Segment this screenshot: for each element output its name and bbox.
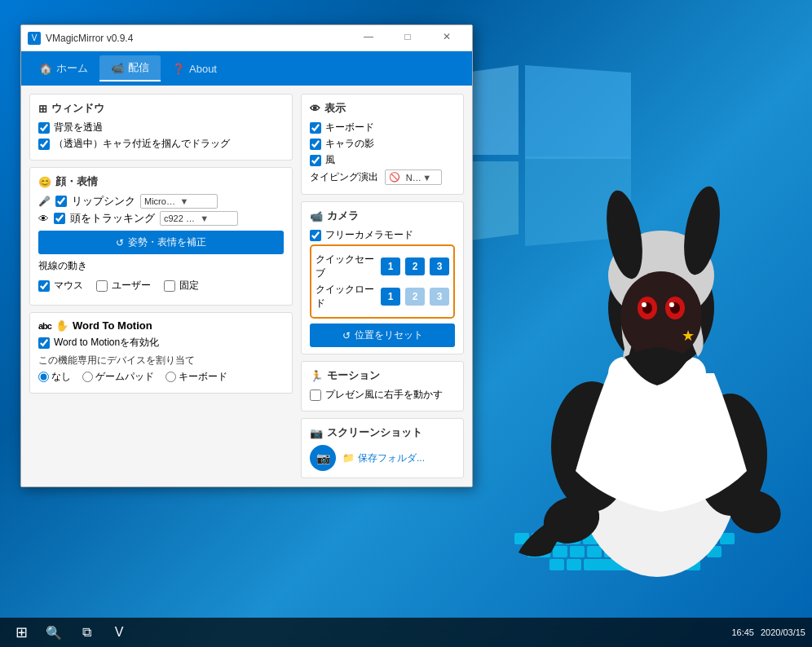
keyboard-display-checkbox[interactable]	[310, 122, 321, 134]
lip-sync-checkbox[interactable]	[55, 196, 67, 207]
abc-icon: abc	[38, 321, 51, 331]
device-gamepad-radio[interactable]	[82, 372, 93, 382]
quick-load-btn-1[interactable]: 1	[381, 288, 400, 306]
head-track-device-value: c922 Pro Strea	[164, 213, 198, 223]
device-keyboard-label: キーボード	[179, 370, 227, 384]
fix-pose-button[interactable]: ↺ 姿勢・表情を補正	[38, 231, 284, 254]
word-to-motion-enable-row: Word to Motionを有効化	[38, 336, 284, 350]
head-track-device-dropdown[interactable]: c922 Pro Strea ▼	[160, 211, 238, 226]
device-none-item: なし	[38, 370, 71, 384]
motion-panel-title: 🏃 モーション	[310, 368, 455, 383]
save-folder-button[interactable]: 📁 保存フォルダ...	[342, 451, 425, 465]
gaze-fixed-checkbox[interactable]	[164, 280, 175, 292]
taskbar-right: 16:45 2020/03/15	[731, 627, 805, 637]
free-cam-checkbox[interactable]	[310, 230, 321, 241]
drag-label: （透過中）キャラ付近を掴んでドラッグ	[54, 137, 230, 151]
word-to-motion-checkbox[interactable]	[38, 337, 50, 349]
app-icon: V	[28, 32, 41, 45]
svg-point-15	[642, 302, 647, 307]
lip-sync-label: リップシンク	[72, 194, 135, 209]
keyboard-display-row: キーボード	[310, 121, 455, 134]
window-title: VMagicMirror v0.9.4	[46, 33, 133, 44]
head-track-dropdown-arrow: ▼	[200, 213, 234, 223]
gaze-user-checkbox[interactable]	[96, 280, 108, 292]
quick-load-label: クイックロード	[316, 283, 376, 310]
home-icon: 🏠	[39, 63, 52, 75]
taskbar-task-view[interactable]: ⧉	[72, 618, 101, 647]
keyboard-display-label: キーボード	[325, 121, 374, 134]
screenshot-icon: 📷	[310, 427, 323, 439]
wind-row: 風	[310, 153, 455, 167]
refresh-icon: ↺	[116, 237, 124, 249]
close-button[interactable]: ✕	[428, 24, 466, 50]
main-content: ⊞ ウィンドウ 背景を透過 （透過中）キャラ付近を掴んでドラッグ 😊 顔・表情	[21, 86, 472, 486]
word-to-motion-panel: abc ✋ Word To Motion Word to Motionを有効化 …	[29, 312, 293, 394]
title-bar: V VMagicMirror v0.9.4 — □ ✕	[21, 25, 472, 51]
tab-stream[interactable]: 📹 配信	[99, 55, 161, 81]
device-keyboard-item: キーボード	[165, 370, 227, 384]
head-track-row: 👁 頭をトラッキング c922 Pro Strea ▼	[38, 211, 284, 226]
reset-position-label: 位置をリセット	[355, 328, 423, 342]
quick-load-row: クイックロード 1 2 3	[316, 283, 449, 310]
free-cam-label: フリーカメラモード	[325, 228, 413, 242]
taskbar-time: 16:45	[731, 627, 754, 637]
eye-icon: 👁	[38, 213, 49, 225]
minimize-button[interactable]: —	[350, 24, 387, 50]
taskbar: ⊞ 🔍 ⧉ V 16:45 2020/03/15	[0, 618, 812, 647]
title-bar-left: V VMagicMirror v0.9.4	[28, 32, 133, 45]
typing-dropdown-arrow: ▼	[422, 173, 438, 183]
present-label: プレゼン風に右手を動かす	[325, 388, 443, 402]
device-radio-row: なし ゲームパッド キーボード	[38, 370, 284, 384]
tab-home[interactable]: 🏠 ホーム	[28, 56, 99, 81]
bg-transparent-checkbox[interactable]	[38, 122, 50, 134]
device-keyboard-radio[interactable]	[165, 372, 176, 382]
lip-sync-device-dropdown[interactable]: Microphone (C ▼	[140, 194, 218, 209]
head-track-checkbox[interactable]	[54, 213, 65, 224]
lip-sync-device-value: Microphone (C	[144, 196, 179, 206]
head-track-label: 頭をトラッキング	[70, 211, 155, 226]
wind-label: 風	[325, 153, 335, 167]
drag-checkbox[interactable]	[38, 139, 50, 150]
device-none-label: なし	[51, 370, 71, 384]
tab-about-label: About	[189, 63, 217, 75]
typing-dropdown[interactable]: 🚫 None ▼	[385, 169, 442, 185]
take-screenshot-button[interactable]: 📷	[310, 445, 336, 471]
quick-save-row: クイックセーブ 1 2 3	[316, 253, 449, 280]
reset-position-button[interactable]: ↺ 位置をリセット	[310, 324, 455, 347]
maximize-button[interactable]: □	[389, 24, 426, 50]
quick-load-btn-2[interactable]: 2	[405, 288, 425, 306]
typing-value: None	[406, 173, 421, 183]
app-window: V VMagicMirror v0.9.4 — □ ✕ 🏠 ホーム 📹 配信 ❓…	[20, 24, 473, 487]
shadow-label: キャラの影	[325, 137, 374, 151]
taskbar-search[interactable]: 🔍	[39, 618, 68, 647]
device-none-radio[interactable]	[38, 372, 49, 382]
quick-save-label: クイックセーブ	[316, 253, 376, 280]
screenshot-panel: 📷 スクリーンショット 📷 📁 保存フォルダ...	[301, 418, 464, 478]
gaze-user-label: ユーザー	[112, 279, 151, 293]
taskbar-app-icon[interactable]: V	[104, 618, 134, 647]
camera-panel: 📹 カメラ フリーカメラモード クイックセーブ 1 2 3	[301, 201, 464, 354]
taskbar-date: 2020/03/15	[761, 627, 805, 637]
about-icon: ❓	[172, 63, 185, 75]
stream-icon: 📹	[111, 62, 124, 74]
word-to-motion-label: Word to Motionを有効化	[54, 336, 159, 350]
quick-save-btn-1[interactable]: 1	[381, 257, 400, 275]
tab-stream-label: 配信	[128, 60, 149, 75]
present-checkbox[interactable]	[310, 390, 321, 401]
avatar-character: ★	[445, 47, 812, 618]
gaze-mouse-label: マウス	[54, 279, 83, 293]
shadow-checkbox[interactable]	[310, 139, 321, 150]
screenshot-panel-title: 📷 スクリーンショット	[310, 425, 455, 440]
folder-icon: 📁	[342, 452, 355, 464]
typing-icon: 🚫	[389, 172, 404, 183]
tab-about[interactable]: ❓ About	[161, 58, 228, 80]
wind-checkbox[interactable]	[310, 155, 321, 166]
face-panel: 😊 顔・表情 🎤 リップシンク Microphone (C ▼ 👁	[29, 167, 293, 306]
device-assign-label: この機能専用にデバイスを割り当て	[38, 354, 284, 368]
gesture-icon: ✋	[55, 319, 68, 332]
reset-icon: ↺	[342, 330, 351, 341]
quick-save-btn-2[interactable]: 2	[405, 257, 425, 275]
start-button[interactable]: ⊞	[7, 618, 36, 647]
left-panel: ⊞ ウィンドウ 背景を透過 （透過中）キャラ付近を掴んでドラッグ 😊 顔・表情	[29, 94, 293, 478]
gaze-mouse-checkbox[interactable]	[38, 280, 50, 292]
